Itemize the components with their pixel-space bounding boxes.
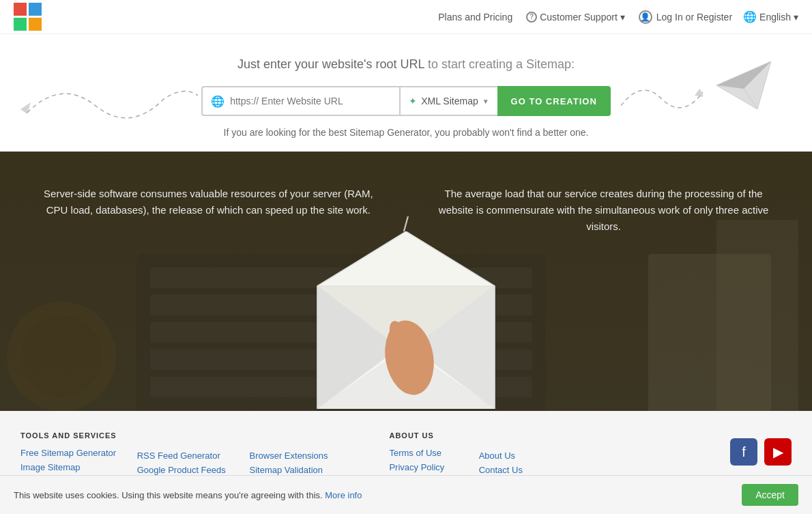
sitemap-type-selector[interactable]: ✦ XML Sitemap ▼ xyxy=(399,86,497,116)
hero-section: Just enter your website's root URL to st… xyxy=(0,34,812,152)
youtube-icon[interactable]: ▶ xyxy=(764,438,792,466)
svg-rect-4 xyxy=(19,8,26,15)
logo-icon xyxy=(14,3,42,31)
svg-point-12 xyxy=(20,315,102,397)
footer-link-sitemap-val[interactable]: Sitemap Validation xyxy=(250,465,328,475)
language-selector[interactable]: 🌐 English ▾ xyxy=(743,10,798,23)
footer-link-browser-ext[interactable]: Browser Extensions xyxy=(250,451,328,461)
puzzle-icon: ✦ xyxy=(409,96,417,106)
login-link[interactable]: 👤 Log In or Register xyxy=(639,10,732,24)
url-input[interactable] xyxy=(230,96,391,106)
svg-rect-2 xyxy=(14,18,27,31)
support-dropdown[interactable]: ? Customer Support ▾ xyxy=(526,12,625,23)
lang-label: English xyxy=(759,12,791,23)
svg-rect-15 xyxy=(150,295,532,315)
header-right: 👤 Log In or Register 🌐 English ▾ xyxy=(639,10,798,24)
dark-left-text: Server-side software consumes valuable r… xyxy=(41,186,376,218)
footer-link-about-us[interactable]: About Us xyxy=(479,451,549,461)
sitemap-type-label: XML Sitemap xyxy=(421,96,478,106)
footer-link-privacy[interactable]: Privacy Policy xyxy=(389,462,458,472)
plans-pricing-link[interactable]: Plans and Pricing xyxy=(438,12,512,23)
globe-icon: 🌐 xyxy=(743,10,757,23)
accept-cookies-button[interactable]: Accept xyxy=(742,484,798,506)
svg-rect-16 xyxy=(150,322,532,343)
url-globe-icon: 🌐 xyxy=(211,95,224,108)
svg-rect-5 xyxy=(30,8,37,15)
login-label: Log In or Register xyxy=(656,12,732,23)
support-chevron: ▾ xyxy=(620,12,625,23)
hero-title: Just enter your website's root URL to st… xyxy=(14,55,798,72)
dark-right-text: The average load that our service create… xyxy=(436,186,771,235)
svg-rect-17 xyxy=(150,349,532,370)
url-input-wrapper[interactable]: 🌐 xyxy=(201,86,399,116)
footer-link-terms[interactable]: Terms of Use xyxy=(389,448,458,458)
cookie-text: This website uses cookies. Using this we… xyxy=(14,490,731,500)
hero-hint: If you are looking for the best Sitemap … xyxy=(14,127,798,138)
user-icon: 👤 xyxy=(639,10,652,24)
logo[interactable] xyxy=(14,3,42,31)
tools-title: TOOLS AND SERVICES xyxy=(20,431,117,440)
footer-link-free-sitemap[interactable]: Free Sitemap Generator xyxy=(20,448,117,458)
footer-link-google-feeds[interactable]: Google Product Feeds xyxy=(137,465,229,475)
go-to-creation-button[interactable]: GO TO CREATION xyxy=(497,86,611,116)
footer-link-rss[interactable]: RSS Feed Generator xyxy=(137,451,229,461)
nav-links: Plans and Pricing ? Customer Support ▾ xyxy=(438,12,625,23)
footer-link-contact[interactable]: Contact Us xyxy=(479,465,549,475)
hero-title-main: Just enter your website's root URL xyxy=(237,57,424,71)
dark-divider: / xyxy=(403,186,409,236)
url-form: 🌐 ✦ XML Sitemap ▼ GO TO CREATION xyxy=(14,86,798,116)
svg-rect-14 xyxy=(150,268,532,288)
footer-link-image-sitemap[interactable]: Image Sitemap xyxy=(20,462,117,472)
dark-section: Server-side software consumes valuable r… xyxy=(0,152,812,411)
support-label: Customer Support xyxy=(540,12,618,23)
lang-chevron: ▾ xyxy=(794,12,798,23)
more-info-link[interactable]: More info xyxy=(325,490,362,500)
cookie-bar: This website uses cookies. Using this we… xyxy=(0,475,812,514)
cookie-message: This website uses cookies. Using this we… xyxy=(14,490,323,500)
svg-rect-3 xyxy=(29,18,42,31)
paper-plane-decoration xyxy=(716,61,771,111)
about-title: ABOUT US xyxy=(389,431,458,440)
support-icon: ? xyxy=(526,12,537,23)
header: Plans and Pricing ? Customer Support ▾ 👤… xyxy=(0,0,812,34)
social-icons: f ▶ xyxy=(730,438,792,466)
sitemap-type-chevron: ▼ xyxy=(482,98,489,105)
facebook-icon[interactable]: f xyxy=(730,438,757,466)
svg-rect-18 xyxy=(150,377,532,397)
hero-title-sub: to start creating a Sitemap: xyxy=(424,57,575,71)
dark-content: Server-side software consumes valuable r… xyxy=(0,152,812,270)
